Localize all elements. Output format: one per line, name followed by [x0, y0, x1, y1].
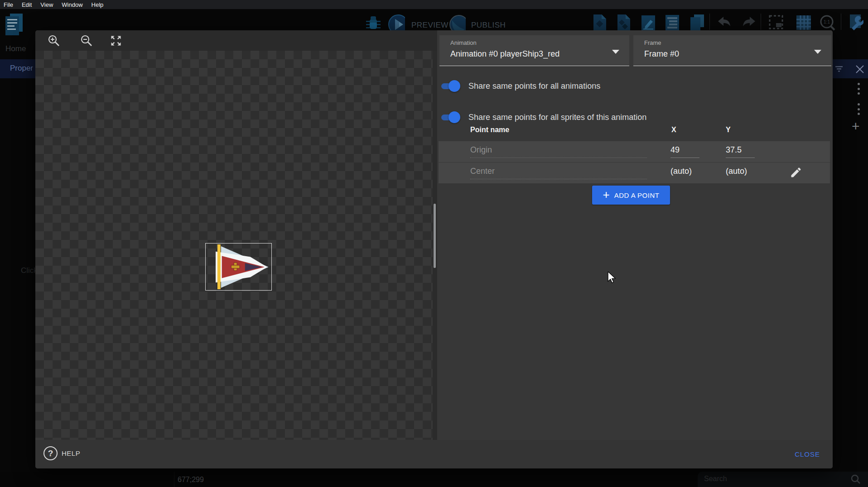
zoom-out-icon[interactable] — [80, 34, 93, 47]
cursor-coordinates: 677;299 — [178, 476, 204, 484]
toggle-share-all-animations: Share same points for all animations — [439, 77, 600, 95]
export-scene-icon[interactable] — [591, 14, 608, 32]
animation-select[interactable]: Animation Animation #0 playerShip3_red — [439, 35, 629, 66]
sprite-preview[interactable] — [205, 243, 272, 291]
search-icon — [851, 474, 861, 484]
edit-scene-icon[interactable] — [640, 14, 657, 32]
preview-button[interactable]: PREVIEW — [411, 21, 448, 30]
toolbar-separator — [709, 14, 710, 30]
sprite-canvas[interactable] — [35, 51, 437, 440]
search-field[interactable]: Search — [698, 472, 868, 487]
svg-text:1:1: 1:1 — [824, 19, 830, 24]
undo-icon[interactable] — [716, 14, 733, 32]
point-name-field[interactable]: Center — [470, 167, 647, 179]
help-label: HELP — [62, 449, 80, 457]
toggle-label: Share same points for all animations — [468, 81, 600, 91]
play-icon[interactable] — [388, 14, 405, 32]
add-point-label: ADD A POINT — [614, 191, 660, 199]
kebab-menu-icon[interactable] — [858, 103, 860, 115]
project-manager-icon[interactable] — [4, 13, 24, 36]
kebab-menu-icon[interactable] — [858, 83, 860, 95]
zoom-ratio-icon[interactable]: 1:1 — [818, 14, 835, 32]
application-window: File Edit View Window Help PREVIEW PUBLI… — [0, 0, 868, 487]
toggle-switch[interactable] — [439, 111, 460, 124]
tab-home[interactable]: Home — [5, 44, 26, 53]
close-button[interactable]: CLOSE — [795, 450, 820, 458]
redo-icon[interactable] — [739, 14, 757, 32]
menu-item-view[interactable]: View — [40, 1, 53, 8]
search-placeholder: Search — [704, 475, 727, 483]
tab-properties[interactable]: Proper — [0, 59, 35, 78]
tab-properties-label: Proper — [10, 64, 33, 73]
chevron-down-icon — [814, 50, 821, 54]
point-row-origin: Origin 49 37.5 — [439, 141, 830, 162]
help-button[interactable]: ? HELP — [43, 446, 80, 460]
point-y-value[interactable]: (auto) — [726, 167, 755, 179]
toggle-share-all-sprites: Share same points for all sprites of thi… — [439, 108, 646, 126]
add-property-icon[interactable]: + — [852, 119, 860, 134]
menu-item-file[interactable]: File — [4, 1, 13, 8]
publish-globe-icon[interactable] — [448, 14, 466, 32]
chevron-down-icon — [612, 50, 619, 54]
filter-icon[interactable] — [835, 66, 844, 72]
copy-scene-icon[interactable] — [688, 14, 705, 32]
column-header-point-name: Point name — [470, 126, 509, 141]
zoom-in-icon[interactable] — [48, 34, 60, 47]
mouse-cursor — [607, 272, 617, 284]
toggle-switch[interactable] — [439, 80, 460, 92]
point-name-field[interactable]: Origin — [470, 145, 647, 158]
statusbar-divider — [174, 472, 174, 487]
point-x-input[interactable]: 49 — [670, 145, 699, 158]
point-row-center: Center (auto) (auto) — [439, 162, 830, 183]
point-y-input[interactable]: 37.5 — [726, 145, 755, 158]
point-x-value[interactable]: (auto) — [670, 167, 699, 179]
menu-item-edit[interactable]: Edit — [22, 1, 32, 8]
properties-panel-header — [833, 59, 868, 78]
points-editor-dialog: Animation Animation #0 playerShip3_red F… — [35, 30, 833, 468]
column-header-x: X — [671, 126, 676, 141]
menu-bar: File Edit View Window Help — [0, 0, 868, 9]
player-ship-sprite — [206, 244, 271, 290]
frame-select-value: Frame #0 — [644, 49, 679, 59]
mask-selection-icon[interactable] — [767, 14, 785, 32]
status-bar: 677;299 Search — [0, 472, 868, 487]
toolbar-separator — [841, 14, 841, 30]
frame-select[interactable]: Frame Frame #0 — [633, 35, 831, 66]
help-icon: ? — [43, 446, 58, 460]
menu-item-help[interactable]: Help — [92, 1, 104, 8]
panel-close-icon[interactable] — [855, 65, 864, 74]
menu-item-window[interactable]: Window — [62, 1, 82, 8]
tools-wrench-icon[interactable] — [846, 14, 863, 32]
toolbar-separator — [761, 14, 761, 30]
animation-select-label: Animation — [450, 39, 477, 46]
grid-icon[interactable] — [795, 14, 812, 32]
fit-to-screen-icon[interactable] — [110, 34, 122, 47]
edit-pencil-icon[interactable] — [790, 166, 802, 179]
plus-icon: + — [603, 189, 610, 201]
canvas-scrollbar[interactable] — [433, 51, 437, 440]
events-list-icon[interactable] — [664, 14, 681, 32]
animation-select-value: Animation #0 playerShip3_red — [450, 49, 559, 59]
frame-select-label: Frame — [644, 39, 661, 46]
toggle-label: Share same points for all sprites of thi… — [468, 113, 646, 122]
objects-icon[interactable] — [615, 14, 632, 32]
column-header-y: Y — [726, 126, 731, 141]
canvas-toolbar — [35, 30, 437, 51]
dialog-footer: ? HELP CLOSE — [35, 440, 833, 468]
publish-button[interactable]: PUBLISH — [471, 21, 506, 30]
add-point-button[interactable]: + ADD A POINT — [592, 186, 670, 205]
canvas-hint-text: Click — [21, 266, 35, 275]
canvas-scrollbar-thumb[interactable] — [434, 204, 436, 268]
